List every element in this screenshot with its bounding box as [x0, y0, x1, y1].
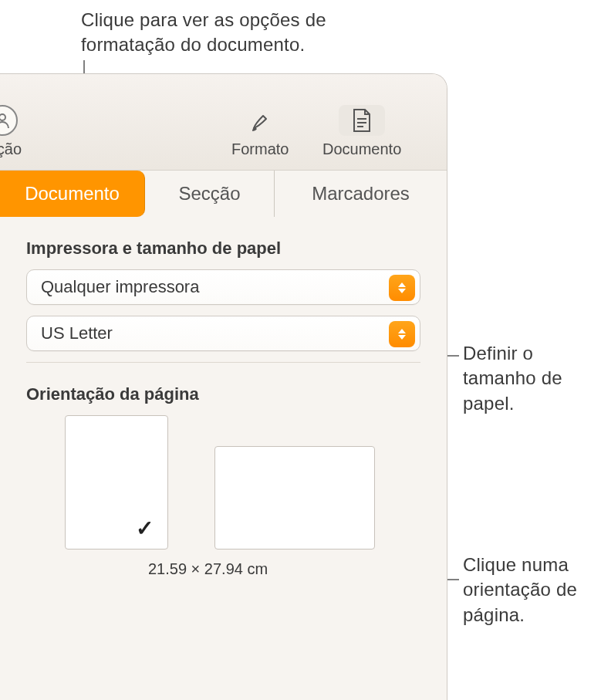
orientation-landscape-button[interactable] [214, 446, 375, 550]
toolbar: ração Formato Documento [0, 74, 447, 171]
toolbar-item-format[interactable]: Formato [231, 105, 289, 158]
tab-documento[interactable]: Documento [0, 171, 145, 217]
toolbar-item-document[interactable]: Documento [322, 105, 401, 158]
section-title-orientation: Orientação da página [26, 384, 420, 404]
paper-size-popup-value: US Letter [41, 323, 113, 343]
document-page-icon [339, 105, 385, 136]
printer-popup[interactable]: Qualquer impressora [26, 269, 420, 305]
toolbar-item-collaboration[interactable]: ração [0, 105, 22, 158]
toolbar-label: ração [0, 140, 22, 158]
inspector-body: Impressora e tamanho de papel Qualquer i… [0, 217, 447, 600]
svg-point-0 [0, 114, 5, 120]
section-title-printer-paper: Impressora e tamanho de papel [26, 238, 420, 259]
tab-marcadores[interactable]: Marcadores [275, 171, 447, 217]
toolbar-label: Documento [322, 140, 401, 158]
format-brush-icon [237, 105, 283, 136]
paper-size-popup[interactable]: US Letter [26, 316, 420, 351]
collaboration-icon [0, 105, 18, 136]
callout-document-options: Clique para ver as opções de formatação … [81, 8, 359, 58]
tab-seccao[interactable]: Secção [145, 171, 275, 217]
toolbar-label: Formato [231, 140, 289, 158]
callout-orientation: Clique numa orientação de página. [463, 553, 594, 627]
inspector-tabs: Documento Secção Marcadores [0, 171, 447, 217]
orientation-portrait-button[interactable] [65, 415, 168, 550]
page-dimensions-label: 21.59 × 27.94 cm [26, 560, 420, 578]
orientation-options [26, 415, 420, 550]
inspector-window: ração Formato Documento Documento Secção… [0, 73, 447, 700]
printer-popup-value: Qualquer impressora [41, 277, 199, 297]
popup-arrows-icon [389, 275, 415, 301]
section-divider [26, 362, 420, 363]
popup-arrows-icon [389, 321, 415, 347]
callout-paper-size: Definir o tamanho de papel. [463, 341, 594, 416]
